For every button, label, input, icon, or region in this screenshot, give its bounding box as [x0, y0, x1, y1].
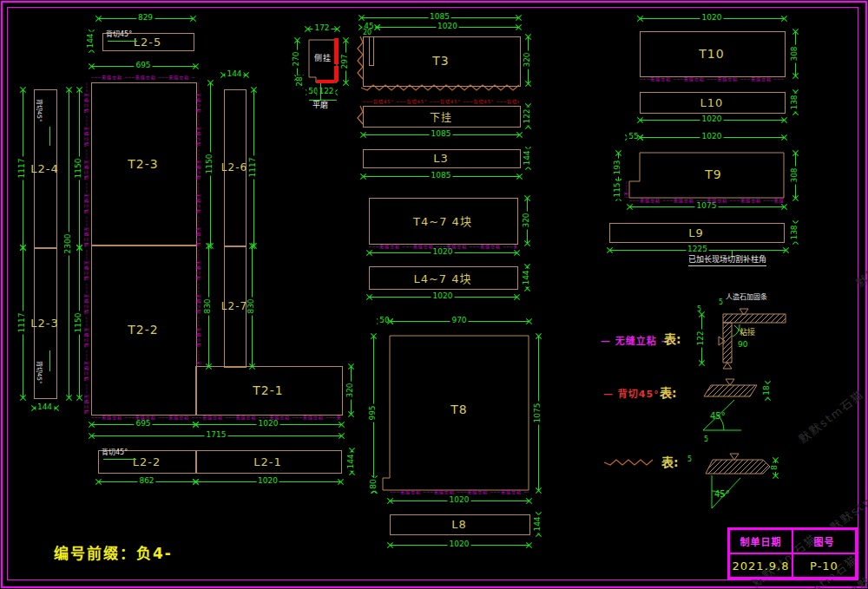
piece-label-侧挂: 侧挂	[314, 52, 332, 63]
piece-label-L2-4: L2-4	[30, 162, 58, 175]
dim-text: 144	[523, 268, 531, 286]
piece-label-L2-6: L2-6	[221, 161, 247, 173]
dim-text: 1150	[206, 153, 214, 176]
leader-line	[309, 100, 337, 101]
legend-backcut-means: 表:	[660, 383, 677, 401]
dim-text: 1085	[430, 172, 453, 180]
leader-line	[369, 65, 374, 66]
seam-dashline: ───无缝立粘 ───无缝立粘 ───无缝立粘 ───无缝立粘 ───无缝立粘 …	[390, 489, 529, 494]
dim-text: 1020	[700, 115, 724, 124]
piece-label-T2-1: T2-1	[253, 383, 283, 397]
dim-text: 1150	[75, 157, 83, 180]
leader-line	[108, 41, 137, 42]
dim-text: 144	[225, 70, 243, 79]
dim-text: 297	[341, 52, 350, 70]
leader-line	[103, 459, 136, 460]
piece-label-L2-5: L2-5	[134, 35, 161, 48]
annotation-text: 45°	[710, 411, 726, 421]
piece-label-L10: L10	[700, 95, 724, 108]
annotation-text: 5	[697, 306, 701, 314]
dim-text: 1020	[448, 496, 471, 505]
backcut-dashline: ───背切45° ───背切45° ───背切45° ───背切45° ───背…	[363, 99, 519, 104]
dim-text: 1075	[534, 402, 542, 425]
dim-text: 1715	[205, 431, 228, 440]
annotation-text: 5	[719, 299, 723, 307]
seam-dashline: ───无缝立粘 ───无缝立粘	[624, 181, 629, 198]
dim-text: 1075	[695, 202, 719, 211]
dim-text: 8	[771, 463, 779, 472]
watermark: 默默stm石猫	[852, 229, 868, 291]
piece-label-L2-2: L2-2	[133, 455, 161, 468]
dim-text: 270	[293, 49, 301, 68]
annotation-text: 背切45°	[35, 99, 42, 121]
seam-dashline: ───无缝立粘 ───无缝立粘 ───无缝立粘 ───无缝立粘 ───无缝立粘 …	[196, 82, 201, 366]
piece-label-L2-3: L2-3	[30, 316, 58, 329]
dim-text: 320	[523, 211, 531, 229]
dim-text: 970	[450, 317, 468, 325]
piece-label-T4~7 4块: T4~7 4块	[413, 213, 472, 229]
extended-cut-note: 已加长现场切割补柱角	[688, 253, 766, 266]
piece-label-L3: L3	[433, 152, 449, 165]
dim-text: 320	[523, 50, 532, 69]
piece-label-L2-1: L2-1	[253, 455, 281, 468]
annotation-text: 20	[363, 29, 372, 37]
dim-text: 1020	[256, 477, 279, 486]
annotation-text: 5	[704, 436, 708, 444]
cad-entities: L2-5L2-4L2-3T2-3T2-2T2-1L2-6L2-7L2-2L2-1…	[0, 0, 868, 589]
dim-text: 1117	[18, 157, 27, 180]
dim-text: 1020	[436, 23, 459, 31]
dim-text: 144	[87, 31, 95, 49]
dim-text: 1020	[700, 133, 724, 141]
annotation-text: 平磨	[312, 101, 328, 110]
legend-seamless-means: 表:	[664, 330, 681, 347]
seam-dashline: ───无缝立粘 ───无缝立粘 ───无缝立粘 ───无缝立粘 ───无缝立粘 …	[91, 75, 195, 80]
cad-drawing-canvas: L2-5L2-4L2-3T2-3T2-2T2-1L2-6L2-7L2-2L2-1…	[0, 0, 868, 589]
leader-line	[369, 36, 370, 66]
piece-label-L4~7 4块: L4~7 4块	[413, 269, 471, 285]
annotation-text: 90	[738, 341, 747, 350]
leader-line	[49, 127, 50, 146]
red-edge-bar	[317, 80, 334, 83]
dim-text: 144	[534, 514, 542, 533]
dim-text: 1020	[431, 292, 455, 301]
dim-text: 1085	[428, 13, 451, 22]
leader-line	[373, 36, 374, 66]
dim-text: 138	[791, 93, 799, 111]
dim-text: 320	[346, 381, 355, 399]
dim-text: 115	[614, 180, 622, 199]
dim-text: 308	[791, 44, 799, 62]
dim-text: 1085	[430, 130, 453, 139]
annotation-text: 背切45°	[35, 361, 42, 383]
dim-text: 1020	[700, 14, 724, 23]
annotation-text: 人造石加固条	[726, 294, 767, 302]
title-block: 制单日期 图号 2021.9.8 P-10	[727, 527, 858, 579]
piece-label-T2-2: T2-2	[128, 323, 158, 337]
titleblock-date-value: 2021.9.8	[729, 553, 792, 578]
piece-label-T8: T8	[450, 402, 467, 416]
dim-text: 1117	[249, 156, 258, 180]
piece-label-下挂: 下挂	[430, 108, 452, 123]
dim-text: 1020	[448, 540, 471, 549]
legend-zigzag-means: 表:	[661, 453, 679, 470]
dim-text: 830	[247, 297, 256, 315]
titleblock-date-header: 制单日期	[729, 529, 792, 553]
dim-text: 193	[614, 158, 622, 176]
dim-text: 308	[791, 166, 799, 184]
red-edge-bar	[334, 66, 339, 82]
piece-label-T9: T9	[705, 167, 721, 181]
legend-seamless-joint: — 无缝立粘 —	[601, 333, 672, 347]
dim-text: 2300	[64, 232, 73, 255]
piece-label-T2-3: T2-3	[128, 157, 158, 171]
numbering-prefix-note: 编号前缀：负4-	[54, 541, 173, 563]
dim-text: 1020	[431, 248, 455, 257]
dim-text: 995	[369, 403, 378, 422]
seam-dashline: ───无缝立粘 ───无缝立粘 ───无缝立粘 ───无缝立粘 ───无缝立粘 …	[629, 198, 784, 203]
dim-text: 695	[134, 420, 152, 429]
dim-text: 28	[296, 75, 305, 88]
piece-label-L2-7: L2-7	[221, 300, 247, 312]
dim-text: 144	[347, 452, 356, 470]
dim-text: 144	[523, 148, 532, 167]
watermark: 默默stm石猫	[826, 474, 868, 535]
dim-text: 80	[370, 477, 378, 490]
titleblock-sheetno-header: 图号	[792, 529, 856, 553]
